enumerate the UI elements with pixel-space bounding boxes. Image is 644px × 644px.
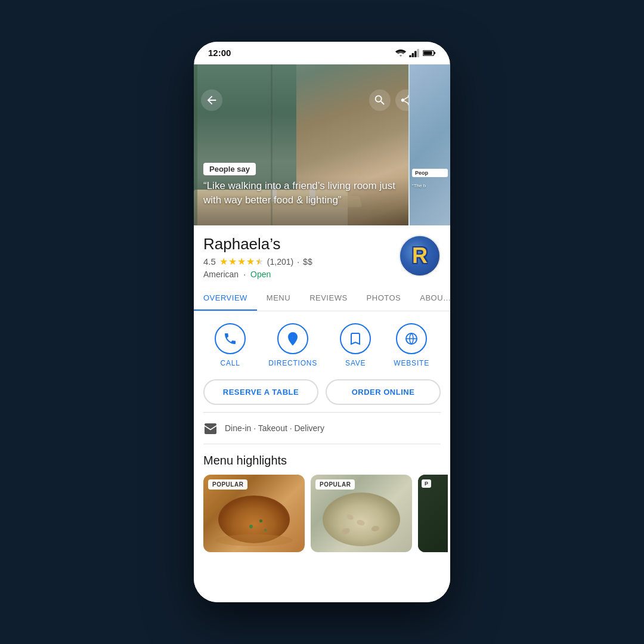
signal-icon [409, 49, 420, 57]
svg-rect-3 [417, 49, 419, 57]
menu-highlights-section: Menu highlights POPULAR [194, 444, 450, 552]
stars: ★ ★ ★ ★ ★ ★ [219, 256, 264, 267]
cuisine: American [203, 270, 239, 279]
tab-about[interactable]: ABOU… [410, 286, 450, 311]
second-people-say-tag: Peop [412, 169, 448, 177]
save-icon-circle [340, 323, 371, 354]
svg-rect-0 [409, 55, 411, 57]
hero-second-peek: Peop “The b [408, 64, 450, 225]
website-icon [404, 332, 419, 346]
action-buttons-row: CALL DIRECTIONS [194, 311, 450, 372]
save-label: SAVE [345, 359, 366, 367]
directions-label: DIRECTIONS [268, 359, 317, 367]
second-people-say-quote: “The b [412, 183, 426, 188]
open-status: Open [250, 270, 271, 279]
website-label: WEBSITE [394, 359, 429, 367]
restaurant-logo: R [399, 235, 441, 277]
people-say-overlay: People say “Like walking into a friend’s… [203, 163, 402, 208]
tab-reviews[interactable]: REVIEWS [300, 286, 357, 311]
save-icon [348, 332, 363, 346]
cta-buttons-row: RESERVE A TABLE ORDER ONLINE [194, 372, 450, 412]
phone-icon [223, 332, 237, 346]
svg-rect-2 [414, 51, 417, 57]
service-options-row: Dine-in · Takeout · Delivery [194, 413, 450, 444]
popular-badge-1: POPULAR [208, 479, 247, 490]
tabs-container: OVERVIEW MENU REVIEWS PHOTOS ABOU… [194, 286, 450, 311]
tab-menu[interactable]: MENU [257, 286, 300, 311]
svg-rect-5 [434, 52, 436, 54]
service-options-text: Dine-in · Takeout · Delivery [225, 423, 324, 433]
search-button[interactable] [369, 89, 391, 111]
menu-item-1[interactable]: POPULAR [203, 475, 305, 552]
website-button[interactable]: WEBSITE [394, 323, 429, 367]
svg-rect-6 [423, 51, 432, 55]
main-content: Raphaela’s 4.5 ★ ★ ★ ★ ★ ★ (1,201) · [194, 225, 450, 602]
menu-highlights-title: Menu highlights [203, 454, 450, 467]
restaurant-details: Raphaela’s 4.5 ★ ★ ★ ★ ★ ★ (1,201) · [203, 235, 399, 279]
wifi-icon [395, 49, 406, 57]
dot-separator-2: · [243, 270, 246, 279]
logo-letter: R [412, 243, 428, 268]
back-button[interactable] [201, 89, 222, 111]
directions-icon-circle [277, 323, 308, 354]
star-1: ★ [219, 256, 228, 267]
call-icon-circle [215, 323, 246, 354]
battery-icon [423, 49, 436, 57]
reserve-table-button[interactable]: RESERVE A TABLE [203, 379, 318, 405]
directions-icon [286, 332, 300, 346]
directions-button[interactable]: DIRECTIONS [268, 323, 317, 367]
dot-separator-1: · [297, 257, 299, 267]
hero-section: People say “Like walking into a friend’s… [194, 64, 450, 225]
menu-item-3-partial[interactable]: P [418, 475, 448, 552]
storefront-icon [203, 421, 218, 435]
restaurant-name: Raphaela’s [203, 235, 399, 253]
star-3: ★ [237, 256, 246, 267]
call-button[interactable]: CALL [215, 323, 246, 367]
status-icons [395, 49, 436, 57]
popular-badge-2: POPULAR [315, 479, 355, 490]
svg-rect-1 [412, 53, 414, 57]
star-4: ★ [246, 256, 255, 267]
restaurant-info: Raphaela’s 4.5 ★ ★ ★ ★ ★ ★ (1,201) · [194, 225, 450, 279]
rating-number: 4.5 [203, 256, 216, 267]
star-half: ★ ★ [255, 256, 264, 267]
tab-overview[interactable]: OVERVIEW [194, 286, 257, 311]
second-people-say: Peop “The b [412, 169, 448, 190]
people-say-tag: People say [203, 163, 256, 175]
review-count: (1,201) [267, 257, 293, 267]
menu-item-2[interactable]: POPULAR [311, 475, 412, 552]
people-say-quote: “Like walking into a friend’s living roo… [203, 179, 402, 208]
status-bar: 12:00 [194, 42, 450, 61]
phone-frame: 12:00 [194, 42, 450, 602]
cuisine-row: American · Open [203, 270, 399, 279]
order-online-button[interactable]: ORDER ONLINE [326, 379, 441, 405]
restaurant-rating-row: 4.5 ★ ★ ★ ★ ★ ★ (1,201) · $$ [203, 256, 399, 267]
star-2: ★ [228, 256, 237, 267]
status-time: 12:00 [208, 48, 231, 58]
menu-items-row: POPULAR POPULAR [203, 475, 450, 552]
call-label: CALL [220, 359, 240, 367]
website-icon-circle [396, 323, 427, 354]
price-range: $$ [303, 257, 312, 267]
save-button[interactable]: SAVE [340, 323, 371, 367]
popular-badge-3: P [422, 479, 431, 488]
tab-photos[interactable]: PHOTOS [357, 286, 411, 311]
